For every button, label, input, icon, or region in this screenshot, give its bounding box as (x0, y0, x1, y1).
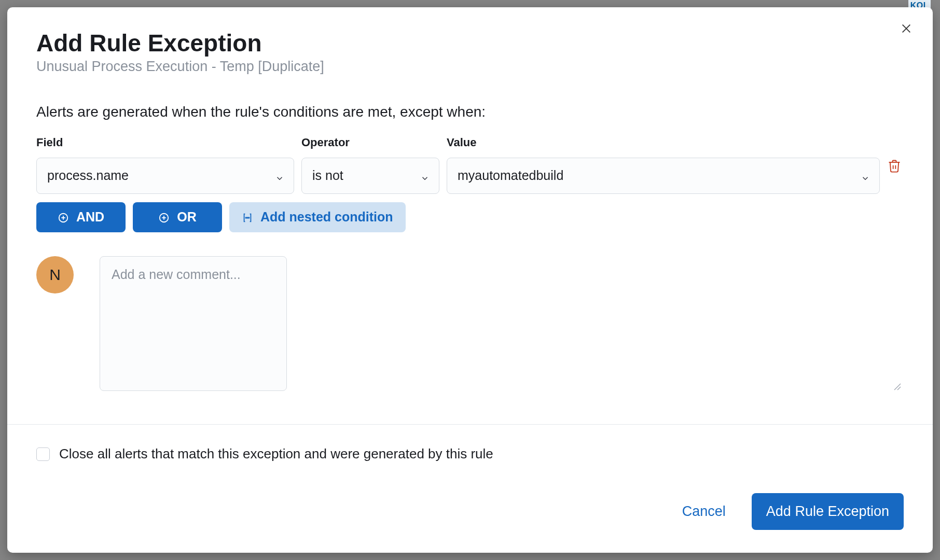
value-label: Value (447, 136, 880, 149)
operator-select[interactable]: is not (301, 158, 439, 194)
close-alerts-checkbox-label: Close all alerts that match this excepti… (59, 446, 493, 462)
operator-select-value: is not (312, 168, 343, 183)
svg-point-9 (247, 217, 248, 218)
svg-point-10 (248, 217, 250, 218)
cancel-button[interactable]: Cancel (672, 496, 736, 527)
value-select[interactable]: myautomatedbuild (447, 158, 880, 194)
condition-row: Field process.name Operator is not (36, 136, 904, 194)
comment-input[interactable] (100, 256, 287, 391)
delete-condition-button[interactable] (887, 159, 902, 173)
svg-point-8 (245, 217, 246, 218)
field-select[interactable]: process.name (36, 158, 294, 194)
chevron-down-icon (420, 171, 430, 180)
add-nested-condition-label: Add nested condition (260, 209, 393, 225)
field-select-value: process.name (47, 168, 129, 183)
add-rule-exception-button[interactable]: Add Rule Exception (752, 493, 904, 530)
or-button-label: OR (177, 209, 197, 225)
svg-line-12 (897, 387, 901, 390)
add-rule-exception-modal: Add Rule Exception Unusual Process Execu… (7, 7, 933, 553)
and-button-label: AND (76, 209, 104, 225)
comment-section: N (36, 256, 904, 393)
resize-handle-icon (893, 383, 902, 391)
divider (7, 424, 933, 425)
avatar: N (36, 256, 74, 293)
modal-footer: Close all alerts that match this excepti… (7, 426, 933, 553)
chevron-down-icon (861, 171, 870, 180)
close-alerts-checkbox[interactable] (36, 447, 50, 461)
svg-line-11 (894, 384, 901, 390)
plus-circle-icon (158, 212, 170, 223)
chevron-down-icon (275, 171, 284, 180)
modal-title: Add Rule Exception (36, 30, 904, 57)
field-label: Field (36, 136, 294, 149)
operator-label: Operator (301, 136, 439, 149)
add-nested-condition-button[interactable]: Add nested condition (229, 202, 406, 232)
or-button[interactable]: OR (133, 202, 222, 232)
value-select-value: myautomatedbuild (458, 168, 563, 183)
nested-brackets-icon (242, 212, 253, 223)
close-icon[interactable] (901, 23, 912, 34)
modal-description: Alerts are generated when the rule's con… (36, 104, 904, 120)
and-button[interactable]: AND (36, 202, 126, 232)
plus-circle-icon (58, 212, 69, 223)
condition-buttons-row: AND OR Add nested condition (36, 202, 904, 232)
modal-subtitle: Unusual Process Execution - Temp [Duplic… (36, 59, 904, 75)
